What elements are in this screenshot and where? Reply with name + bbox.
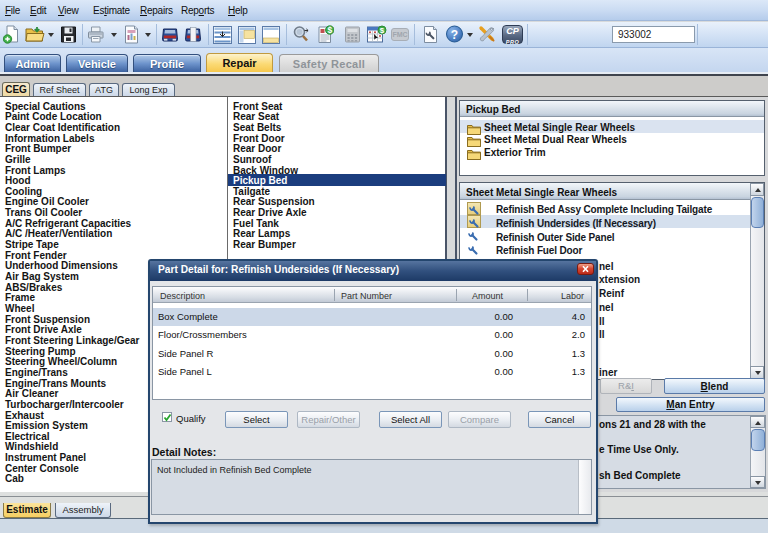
svg-text:$: $ <box>380 26 385 35</box>
svg-text:?: ? <box>451 28 458 42</box>
svg-text:$: $ <box>327 25 332 35</box>
